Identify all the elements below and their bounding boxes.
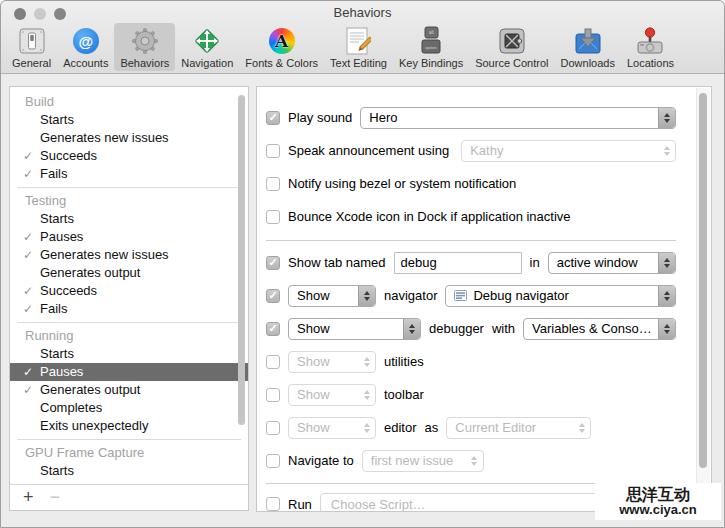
- check-icon: ✓: [23, 300, 37, 318]
- debugger-label: debugger: [429, 321, 484, 336]
- tab-accounts[interactable]: @ Accounts: [57, 23, 114, 71]
- chevron-updown-icon: [466, 451, 483, 471]
- bounce-dock-checkbox[interactable]: ✓: [266, 210, 280, 224]
- list-item[interactable]: ✓Fails: [10, 165, 248, 183]
- main-scrollbar-track[interactable]: [696, 88, 710, 510]
- navigate-checkbox[interactable]: ✓: [266, 454, 280, 468]
- sound-popup[interactable]: Hero: [360, 107, 676, 129]
- voice-popup[interactable]: Kathy: [461, 140, 676, 162]
- list-item[interactable]: Generates new issues: [10, 129, 248, 147]
- navigate-target-popup[interactable]: first new issue: [362, 450, 484, 472]
- list-item[interactable]: Generates output: [10, 264, 248, 282]
- check-icon: ✓: [23, 147, 37, 165]
- titlebar: Behaviors: [1, 1, 724, 22]
- editor-checkbox[interactable]: ✓: [266, 421, 280, 435]
- notify-checkbox[interactable]: ✓: [266, 177, 280, 191]
- list-item-label: Starts: [40, 463, 74, 478]
- tab-text-editing[interactable]: Text Editing: [324, 23, 393, 71]
- checkmark-icon: ✓: [268, 257, 277, 268]
- check-icon: ✓: [23, 228, 37, 246]
- list-item[interactable]: Starts: [10, 345, 248, 363]
- list-section-header: Testing: [10, 192, 248, 210]
- window-target-popup[interactable]: active window: [548, 252, 676, 274]
- list-section-header: GPU Frame Capture: [10, 444, 248, 462]
- tab-name-field[interactable]: [394, 252, 522, 274]
- checkmark-icon: ✓: [268, 290, 277, 301]
- source-control-icon: [496, 25, 528, 57]
- tab-downloads[interactable]: Downloads: [555, 23, 621, 71]
- debugger-action-popup[interactable]: Show: [288, 318, 421, 340]
- debugger-conjunction: with: [492, 321, 515, 336]
- navigator-action-popup[interactable]: Show: [288, 285, 376, 307]
- key-bindings-icon: alt option: [415, 25, 447, 57]
- main-scrollbar-thumb[interactable]: [699, 93, 707, 468]
- list-item[interactable]: ✓Pauses: [10, 228, 248, 246]
- list-item[interactable]: ✓Succeeds: [10, 282, 248, 300]
- list-item[interactable]: ✓Generates output: [10, 381, 248, 399]
- notify-row: ✓ Notify using bezel or system notificat…: [266, 167, 676, 200]
- editor-label: editor: [384, 420, 417, 435]
- speak-announcement-checkbox[interactable]: ✓: [266, 144, 280, 158]
- toolbar-row: ✓ Show toolbar: [266, 378, 676, 411]
- list-item[interactable]: ✓Fails: [10, 300, 248, 318]
- show-tab-conjunction: in: [530, 255, 540, 270]
- navigator-row: ✓ Show navigator Debug nav: [266, 279, 676, 312]
- downloads-icon: [572, 25, 604, 57]
- list-item[interactable]: Starts: [10, 210, 248, 228]
- tab-label: Key Bindings: [399, 57, 463, 69]
- list-item-label: Generates output: [40, 265, 140, 280]
- list-divider: [17, 439, 241, 440]
- list-item-label: Pauses: [40, 364, 83, 379]
- chevron-updown-icon: [358, 352, 375, 372]
- list-item-label: Starts: [40, 346, 74, 361]
- editor-mode-popup[interactable]: Current Editor: [446, 417, 591, 439]
- debugger-action-value: Show: [297, 321, 397, 336]
- window-title: Behaviors: [1, 5, 724, 20]
- fonts-colors-icon: A: [266, 25, 298, 57]
- list-item[interactable]: Starts: [10, 111, 248, 129]
- toolbar-action-popup[interactable]: Show: [288, 384, 376, 406]
- list-item[interactable]: Completes: [10, 399, 248, 417]
- run-label: Run: [288, 497, 312, 512]
- tab-label: Accounts: [63, 57, 108, 69]
- toolbar-checkbox[interactable]: ✓: [266, 388, 280, 402]
- tab-fonts-colors[interactable]: A Fonts & Colors: [239, 23, 324, 71]
- navigator-choice-popup[interactable]: Debug navigator: [445, 285, 676, 307]
- list-item[interactable]: ✓Generates new issues: [10, 246, 248, 264]
- add-behavior-button[interactable]: +: [23, 487, 34, 508]
- show-tab-checkbox[interactable]: ✓: [266, 256, 280, 270]
- tab-label: Navigation: [181, 57, 233, 69]
- tab-source-control[interactable]: Source Control: [469, 23, 554, 71]
- run-script-checkbox[interactable]: ✓: [266, 497, 280, 511]
- chevron-updown-icon: [658, 108, 675, 128]
- list-item[interactable]: ✓Pauses: [10, 363, 248, 381]
- debugger-checkbox[interactable]: ✓: [266, 322, 280, 336]
- tab-locations[interactable]: Locations: [621, 23, 680, 71]
- list-item-label: Starts: [40, 112, 74, 127]
- utilities-action-popup[interactable]: Show: [288, 351, 376, 373]
- toolbar-label: toolbar: [384, 387, 424, 402]
- sidebar-scrollbar-thumb[interactable]: [238, 95, 245, 425]
- tab-general[interactable]: General: [6, 23, 57, 71]
- text-editing-icon: [342, 25, 374, 57]
- list-item[interactable]: Exits unexpectedly: [10, 417, 248, 435]
- list-item[interactable]: ✓Succeeds: [10, 147, 248, 165]
- editor-action-popup[interactable]: Show: [288, 417, 376, 439]
- tab-behaviors[interactable]: Behaviors: [114, 23, 175, 71]
- checkmark-icon: ✓: [268, 112, 277, 123]
- debug-navigator-icon: [454, 290, 467, 301]
- watermark-line2: www.ciya.cn: [619, 503, 697, 517]
- list-item[interactable]: Starts: [10, 462, 248, 480]
- behaviors-gear-icon: [129, 25, 161, 57]
- debugger-view-popup[interactable]: Variables & Consol…: [523, 318, 676, 340]
- tab-key-bindings[interactable]: alt option Key Bindings: [393, 23, 469, 71]
- window-target-value: active window: [557, 255, 652, 270]
- utilities-checkbox[interactable]: ✓: [266, 355, 280, 369]
- remove-behavior-button[interactable]: −: [50, 487, 61, 508]
- play-sound-checkbox[interactable]: ✓: [266, 111, 280, 125]
- debugger-view-value: Variables & Consol…: [532, 321, 652, 336]
- speak-announcement-row: ✓ Speak announcement using Kathy: [266, 134, 676, 167]
- show-tab-label: Show tab named: [288, 255, 386, 270]
- navigator-checkbox[interactable]: ✓: [266, 289, 280, 303]
- tab-navigation[interactable]: Navigation: [175, 23, 239, 71]
